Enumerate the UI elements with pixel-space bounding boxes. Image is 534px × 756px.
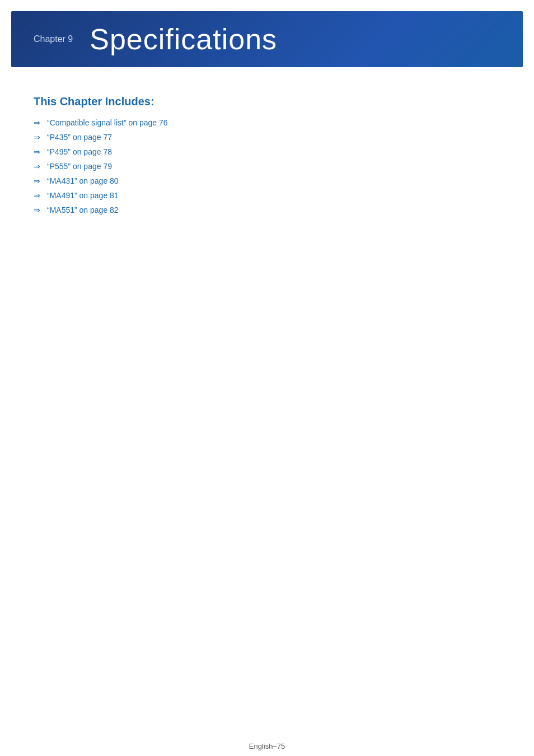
footer-text: English–75 (249, 742, 285, 750)
toc-item[interactable]: ⇒“P435” on page 77 (34, 133, 500, 142)
arrow-icon: ⇒ (34, 133, 40, 142)
page-container: Chapter 9 Specifications This Chapter In… (0, 11, 534, 756)
section-heading: This Chapter Includes: (34, 95, 500, 108)
toc-item[interactable]: ⇒“MA551” on page 82 (34, 206, 500, 214)
toc-item[interactable]: ⇒“MA431” on page 80 (34, 176, 500, 185)
arrow-icon: ⇒ (34, 147, 40, 156)
toc-link[interactable]: “Compatible signal list” on page 76 (47, 118, 168, 127)
toc-link[interactable]: “MA551” on page 82 (47, 206, 119, 214)
toc-link[interactable]: “MA431” on page 80 (47, 176, 119, 185)
arrow-icon: ⇒ (34, 191, 40, 200)
arrow-icon: ⇒ (34, 162, 40, 171)
arrow-icon: ⇒ (34, 206, 40, 214)
toc-item[interactable]: ⇒“Compatible signal list” on page 76 (34, 118, 500, 127)
toc-item[interactable]: ⇒“P495” on page 78 (34, 147, 500, 156)
toc-link[interactable]: “MA491” on page 81 (47, 191, 119, 200)
main-content: This Chapter Includes: ⇒“Compatible sign… (0, 67, 534, 254)
arrow-icon: ⇒ (34, 118, 40, 127)
chapter-title: Specifications (90, 22, 277, 56)
toc-link[interactable]: “P495” on page 78 (47, 147, 112, 156)
arrow-icon: ⇒ (34, 176, 40, 185)
chapter-header: Chapter 9 Specifications (11, 11, 523, 67)
page-footer: English–75 (0, 742, 534, 750)
toc-item[interactable]: ⇒“P555” on page 79 (34, 162, 500, 171)
toc-list: ⇒“Compatible signal list” on page 76⇒“P4… (34, 118, 500, 214)
chapter-label: Chapter 9 (34, 34, 73, 44)
toc-item[interactable]: ⇒“MA491” on page 81 (34, 191, 500, 200)
toc-link[interactable]: “P435” on page 77 (47, 133, 112, 142)
toc-link[interactable]: “P555” on page 79 (47, 162, 112, 171)
